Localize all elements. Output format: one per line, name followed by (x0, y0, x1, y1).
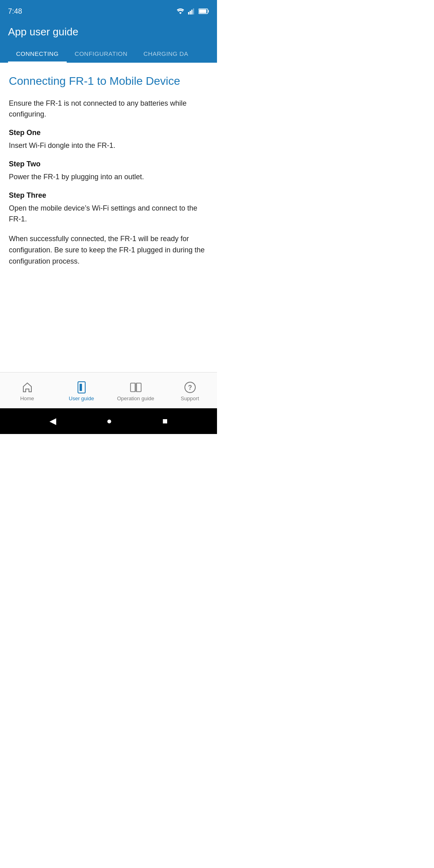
tabs: CONNECTING CONFIGURATION CHARGING DA (8, 45, 209, 63)
wifi-icon (176, 8, 185, 14)
home-icon (21, 381, 33, 393)
support-icon: ? (184, 381, 196, 393)
back-button[interactable]: ◀ (49, 416, 56, 426)
nav-user-guide[interactable]: User guide (54, 381, 108, 401)
step-two-text: Power the FR-1 by plugging into an outle… (9, 172, 208, 182)
step-three: Step Three Open the mobile device’s Wi-F… (9, 191, 208, 225)
step-three-text: Open the mobile device’s Wi-Fi settings … (9, 203, 208, 225)
step-one-text: Insert Wi-Fi dongle into the FR-1. (9, 140, 208, 151)
svg-rect-6 (199, 10, 207, 13)
tab-configuration[interactable]: CONFIGURATION (67, 45, 135, 63)
svg-text:?: ? (188, 384, 192, 391)
status-icons (176, 8, 209, 14)
battery-icon (199, 8, 209, 14)
page-heading: Connecting FR-1 to Mobile Device (9, 74, 208, 88)
tab-connecting[interactable]: CONNECTING (8, 45, 67, 63)
header: App user guide CONNECTING CONFIGURATION … (0, 21, 217, 63)
step-one-title: Step One (9, 129, 208, 137)
android-nav-bar: ◀ ● ■ (0, 408, 217, 434)
conclusion-text: When successfully connected, the FR-1 wi… (9, 233, 208, 267)
svg-rect-1 (190, 11, 191, 14)
bottom-nav: Home User guide Operation guide ? (0, 372, 217, 408)
svg-rect-0 (188, 12, 189, 14)
step-one: Step One Insert Wi-Fi dongle into the FR… (9, 129, 208, 151)
status-bar: 7:48 (0, 0, 217, 21)
tab-charging[interactable]: CHARGING DA (135, 45, 196, 63)
nav-home-label: Home (20, 395, 34, 401)
user-guide-icon (76, 381, 88, 393)
intro-text: Ensure the FR-1 is not connected to any … (9, 98, 208, 120)
step-three-title: Step Three (9, 191, 208, 200)
svg-rect-3 (193, 8, 194, 14)
app-title: App user guide (8, 26, 209, 45)
svg-rect-8 (80, 384, 82, 391)
step-two-title: Step Two (9, 160, 208, 168)
nav-support[interactable]: ? Support (163, 381, 217, 401)
home-button[interactable]: ● (106, 416, 112, 426)
recents-button[interactable]: ■ (162, 416, 168, 426)
nav-support-label: Support (181, 395, 199, 401)
content-area: Connecting FR-1 to Mobile Device Ensure … (0, 63, 217, 372)
nav-home[interactable]: Home (0, 381, 54, 401)
svg-rect-2 (191, 10, 192, 14)
nav-operation-guide-label: Operation guide (117, 395, 154, 401)
operation-guide-icon (130, 381, 142, 393)
nav-user-guide-label: User guide (69, 395, 94, 401)
status-time: 7:48 (8, 7, 22, 16)
nav-operation-guide[interactable]: Operation guide (108, 381, 163, 401)
svg-rect-5 (208, 10, 209, 12)
signal-icon (188, 8, 195, 14)
step-two: Step Two Power the FR-1 by plugging into… (9, 160, 208, 182)
